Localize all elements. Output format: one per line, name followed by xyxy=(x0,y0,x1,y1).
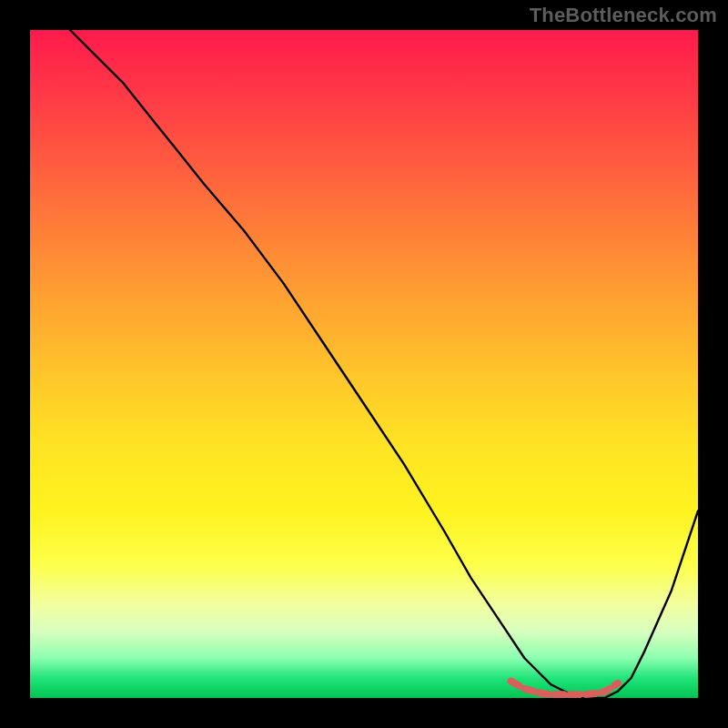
optimal-region-path xyxy=(511,682,618,695)
bottleneck-curve-path xyxy=(70,30,698,698)
chart-frame: TheBottleneck.com xyxy=(0,0,728,728)
curve-overlay xyxy=(30,30,698,698)
watermark-text: TheBottleneck.com xyxy=(530,4,717,27)
plot-area xyxy=(30,30,698,698)
